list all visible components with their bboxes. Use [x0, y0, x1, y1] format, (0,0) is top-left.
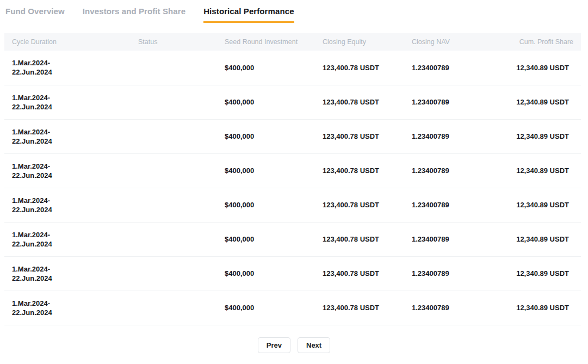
- cell-status: [131, 188, 217, 222]
- prev-button[interactable]: Prev: [258, 337, 290, 353]
- cell-seed-round-investment: $400,000: [217, 256, 315, 291]
- table-row: 1.Mar.2024-22.Jun.2024$400,000123,400.78…: [4, 188, 581, 222]
- cell-seed-round-investment: $400,000: [217, 51, 315, 85]
- cell-cycle-duration: 1.Mar.2024-22.Jun.2024: [4, 85, 131, 119]
- cell-closing-equity: 123,400.78 USDT: [315, 222, 404, 256]
- cell-cum-profit-share: 12,340.89 USDT: [491, 153, 581, 188]
- cell-closing-equity: 123,400.78 USDT: [315, 188, 404, 222]
- cell-cum-profit-share: 12,340.89 USDT: [491, 119, 581, 153]
- cell-closing-nav: 1.23400789: [404, 85, 491, 119]
- cycle-duration-line2: 22.Jun.2024: [12, 239, 131, 249]
- cycle-duration-line1: 1.Mar.2024-: [12, 58, 131, 67]
- cycle-duration-line1: 1.Mar.2024-: [12, 93, 131, 102]
- column-header-status: Status: [131, 33, 217, 51]
- cell-cum-profit-share: 12,340.89 USDT: [491, 51, 581, 85]
- cell-seed-round-investment: $400,000: [217, 153, 315, 188]
- table-row: 1.Mar.2024-22.Jun.2024$400,000123,400.78…: [4, 153, 581, 188]
- cell-cycle-duration: 1.Mar.2024-22.Jun.2024: [4, 256, 131, 291]
- cell-closing-nav: 1.23400789: [404, 51, 491, 85]
- column-header-cycle-duration: Cycle Duration: [4, 33, 131, 51]
- cell-cycle-duration: 1.Mar.2024-22.Jun.2024: [4, 51, 131, 85]
- cell-closing-equity: 123,400.78 USDT: [315, 51, 404, 85]
- cycle-duration-line2: 22.Jun.2024: [12, 102, 131, 112]
- table-row: 1.Mar.2024-22.Jun.2024$400,000123,400.78…: [4, 222, 581, 256]
- cycle-duration-line1: 1.Mar.2024-: [12, 264, 131, 274]
- historical-performance-table: Cycle Duration Status Seed Round Investm…: [4, 33, 584, 325]
- cell-status: [131, 291, 217, 325]
- cell-closing-nav: 1.23400789: [404, 153, 491, 188]
- cell-status: [131, 256, 217, 291]
- cell-status: [131, 51, 217, 85]
- cell-cycle-duration: 1.Mar.2024-22.Jun.2024: [4, 188, 131, 222]
- cell-closing-equity: 123,400.78 USDT: [315, 119, 404, 153]
- cell-closing-nav: 1.23400789: [404, 222, 491, 256]
- cell-seed-round-investment: $400,000: [217, 119, 315, 153]
- table-row: 1.Mar.2024-22.Jun.2024$400,000123,400.78…: [4, 119, 581, 153]
- cell-status: [131, 85, 217, 119]
- table-row: 1.Mar.2024-22.Jun.2024$400,000123,400.78…: [4, 51, 581, 85]
- column-header-seed-round-investment: Seed Round Investment: [217, 33, 315, 51]
- column-header-cum-profit-share: Cum. Profit Share: [491, 33, 581, 51]
- cycle-duration-line2: 22.Jun.2024: [12, 274, 131, 283]
- cell-seed-round-investment: $400,000: [217, 291, 315, 325]
- cell-closing-nav: 1.23400789: [404, 256, 491, 291]
- cell-cycle-duration: 1.Mar.2024-22.Jun.2024: [4, 222, 131, 256]
- cell-seed-round-investment: $400,000: [217, 85, 315, 119]
- cycle-duration-line2: 22.Jun.2024: [12, 308, 131, 317]
- cycle-duration-line2: 22.Jun.2024: [12, 137, 131, 146]
- cycle-duration-line1: 1.Mar.2024-: [12, 299, 131, 308]
- cell-cum-profit-share: 12,340.89 USDT: [491, 291, 581, 325]
- cycle-duration-line1: 1.Mar.2024-: [12, 230, 131, 239]
- cell-cum-profit-share: 12,340.89 USDT: [491, 256, 581, 291]
- cell-cycle-duration: 1.Mar.2024-22.Jun.2024: [4, 291, 131, 325]
- cell-closing-equity: 123,400.78 USDT: [315, 291, 404, 325]
- cell-closing-equity: 123,400.78 USDT: [315, 153, 404, 188]
- cell-closing-nav: 1.23400789: [404, 188, 491, 222]
- cell-closing-equity: 123,400.78 USDT: [315, 85, 404, 119]
- column-header-closing-nav: Closing NAV: [404, 33, 491, 51]
- cycle-duration-line2: 22.Jun.2024: [12, 171, 131, 180]
- cycle-duration-line2: 22.Jun.2024: [12, 205, 131, 214]
- cell-seed-round-investment: $400,000: [217, 222, 315, 256]
- column-header-closing-equity: Closing Equity: [315, 33, 404, 51]
- tab-historical-performance[interactable]: Historical Performance: [203, 7, 294, 23]
- tab-fund-overview[interactable]: Fund Overview: [5, 7, 65, 23]
- cell-cycle-duration: 1.Mar.2024-22.Jun.2024: [4, 153, 131, 188]
- cell-cycle-duration: 1.Mar.2024-22.Jun.2024: [4, 119, 131, 153]
- tab-investors-and-profit-share[interactable]: Investors and Profit Share: [83, 7, 185, 23]
- cell-cum-profit-share: 12,340.89 USDT: [491, 222, 581, 256]
- cell-status: [131, 153, 217, 188]
- cell-cum-profit-share: 12,340.89 USDT: [491, 188, 581, 222]
- cycle-duration-line2: 22.Jun.2024: [12, 67, 131, 77]
- table-row: 1.Mar.2024-22.Jun.2024$400,000123,400.78…: [4, 291, 581, 325]
- next-button[interactable]: Next: [298, 337, 330, 353]
- cell-status: [131, 222, 217, 256]
- tab-bar: Fund Overview Investors and Profit Share…: [0, 0, 588, 23]
- cell-seed-round-investment: $400,000: [217, 188, 315, 222]
- cycle-duration-line1: 1.Mar.2024-: [12, 162, 131, 171]
- cycle-duration-line1: 1.Mar.2024-: [12, 127, 131, 137]
- table-body: 1.Mar.2024-22.Jun.2024$400,000123,400.78…: [4, 51, 581, 325]
- cell-status: [131, 119, 217, 153]
- pagination: Prev Next: [0, 337, 588, 353]
- cell-closing-nav: 1.23400789: [404, 291, 491, 325]
- cell-closing-nav: 1.23400789: [404, 119, 491, 153]
- cycle-duration-line1: 1.Mar.2024-: [12, 196, 131, 205]
- table-row: 1.Mar.2024-22.Jun.2024$400,000123,400.78…: [4, 85, 581, 119]
- cell-closing-equity: 123,400.78 USDT: [315, 256, 404, 291]
- table-row: 1.Mar.2024-22.Jun.2024$400,000123,400.78…: [4, 256, 581, 291]
- table-header-row: Cycle Duration Status Seed Round Investm…: [4, 33, 581, 51]
- cell-cum-profit-share: 12,340.89 USDT: [491, 85, 581, 119]
